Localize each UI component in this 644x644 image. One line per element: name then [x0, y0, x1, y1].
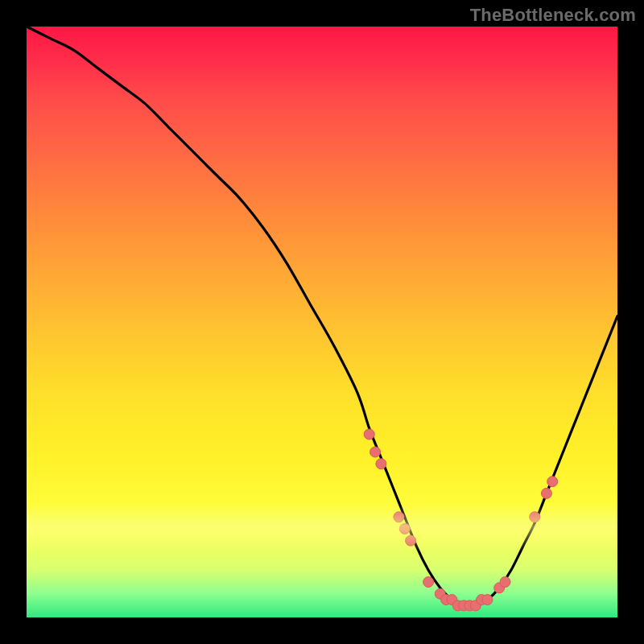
markers-group: [364, 429, 558, 611]
marker-dot: [547, 477, 558, 487]
marker-dot: [376, 459, 386, 469]
marker-dot: [541, 488, 551, 498]
marker-dot: [530, 512, 540, 522]
curve-line: [27, 27, 617, 606]
marker-dot: [500, 576, 510, 587]
curve-svg: [27, 27, 617, 617]
plot-area: [27, 27, 617, 617]
chart-stage: TheBottleneck.com: [0, 0, 644, 644]
marker-dot: [399, 523, 410, 534]
marker-dot: [364, 429, 374, 440]
marker-dot: [482, 594, 493, 605]
marker-dot: [406, 535, 416, 546]
marker-dot: [370, 447, 381, 457]
marker-dot: [394, 512, 404, 522]
marker-dot: [423, 576, 434, 587]
watermark-text: TheBottleneck.com: [470, 5, 636, 26]
